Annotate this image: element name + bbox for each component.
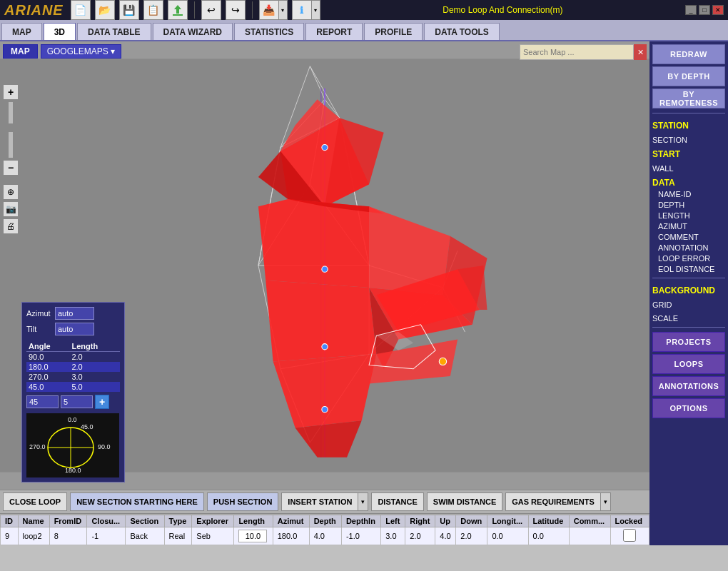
insert-station-split[interactable]: INSERT STATION ▾ <box>281 492 368 511</box>
gas-requirements-split[interactable]: GAS REQUIREMENTS ▾ <box>505 492 611 511</box>
cell-fromid: 8 <box>49 527 87 545</box>
svg-point-49 <box>322 344 328 350</box>
comment-item[interactable]: COMMENT <box>652 233 725 241</box>
zoom-out-button[interactable]: − <box>3 160 19 176</box>
data-label[interactable]: DATA <box>652 178 725 188</box>
open-button[interactable]: 📂 <box>95 0 115 20</box>
maximize-button[interactable]: □ <box>699 5 710 15</box>
options-button[interactable]: OPTIONS <box>652 398 725 418</box>
info-split-button[interactable]: ℹ ▾ <box>292 0 320 20</box>
angle-header: Angle <box>26 341 69 352</box>
save-button[interactable]: 💾 <box>119 0 139 20</box>
minimize-button[interactable]: _ <box>685 5 697 15</box>
print-button[interactable]: 🖨 <box>3 218 19 234</box>
azimut-input[interactable] <box>55 307 94 320</box>
tab-bar: MAP 3D DATA TABLE DATA WIZARD STATISTICS… <box>0 20 728 41</box>
search-input[interactable] <box>520 44 634 60</box>
loops-button[interactable]: LOOPS <box>652 354 725 374</box>
save-as-button[interactable]: 📋 <box>143 0 163 20</box>
eol-distance-item[interactable]: EOL DISTANCE <box>652 265 725 273</box>
close-search-button[interactable]: ✕ <box>634 44 647 60</box>
redraw-button[interactable]: REDRAW <box>652 44 725 64</box>
svg-text:90.0: 90.0 <box>98 443 111 450</box>
length-item[interactable]: LENGTH <box>652 211 725 220</box>
add-row-button[interactable]: + <box>95 395 109 409</box>
tilt-input[interactable] <box>55 323 94 335</box>
data-table: ID Name FromID Closu... Section Type Exp… <box>0 515 649 545</box>
export-button[interactable] <box>168 0 188 20</box>
projects-button[interactable]: PROJECTS <box>652 332 725 352</box>
insert-station-label[interactable]: INSERT STATION <box>282 493 358 510</box>
push-section-button[interactable]: PUSH SECTION <box>207 492 279 511</box>
col-azimut: Azimut <box>273 515 309 527</box>
screenshot-button[interactable]: 📷 <box>3 201 19 217</box>
tab-statistics[interactable]: STATISTICS <box>234 23 304 40</box>
add-length-input[interactable] <box>61 395 93 408</box>
col-explorer: Explorer <box>192 515 234 527</box>
distance-button[interactable]: DISTANCE <box>371 492 423 511</box>
col-length: Length <box>234 515 273 527</box>
depth-item[interactable]: DEPTH <box>652 201 725 209</box>
tab-data-wizard[interactable]: DATA WIZARD <box>153 23 233 40</box>
insert-station-arrow[interactable]: ▾ <box>358 493 368 510</box>
swim-distance-button[interactable]: SWIM DISTANCE <box>427 492 502 511</box>
annotations-button[interactable]: ANNOTATIONS <box>652 376 725 396</box>
svg-marker-37 <box>266 281 376 362</box>
start-label[interactable]: START <box>652 149 725 159</box>
table-row: 9 loop2 8 -1 Back Real Seb 180.0 4.0 -1.… <box>1 527 649 545</box>
bottom-toolbar: CLOSE LOOP NEW SECTION STARTING HERE PUS… <box>0 490 649 514</box>
zoom-slider[interactable] <box>8 101 14 158</box>
new-file-button[interactable]: 📄 <box>71 0 91 20</box>
compass: 0.0 90.0 180.0 270.0 45.0 <box>26 413 119 477</box>
tab-3d[interactable]: 3D <box>44 23 76 40</box>
loop-error-item[interactable]: LOOP ERROR <box>652 254 725 263</box>
section-label[interactable]: SECTION <box>652 136 725 144</box>
divider-3 <box>652 327 725 328</box>
zoom-in-button[interactable]: + <box>3 84 19 100</box>
col-type: Type <box>164 515 192 527</box>
by-remoteness-button[interactable]: BY REMOTENESS <box>652 89 725 108</box>
tab-data-table[interactable]: DATA TABLE <box>77 23 151 40</box>
locked-checkbox[interactable] <box>615 529 644 542</box>
tab-report[interactable]: REPORT <box>305 23 363 40</box>
cell-length[interactable] <box>234 527 273 545</box>
scale-label[interactable]: SCALE <box>652 314 725 323</box>
grid-label[interactable]: GRID <box>652 300 725 309</box>
svg-point-46 <box>439 358 446 365</box>
close-button[interactable]: ✕ <box>712 5 724 15</box>
cell-right: 2.0 <box>405 527 435 545</box>
station-label[interactable]: STATION <box>652 121 725 131</box>
undo-button[interactable]: ↩ <box>201 0 221 20</box>
import-split-button[interactable]: 📥 ▾ <box>259 0 288 20</box>
gas-requirements-arrow[interactable]: ▾ <box>600 493 610 510</box>
map-toolbar: MAP GOOGLEMAPS ▾ <box>3 44 121 59</box>
redo-button[interactable]: ↪ <box>226 0 246 20</box>
length-input[interactable] <box>238 530 267 542</box>
cell-comment <box>569 527 610 545</box>
col-depth: Depth <box>309 515 341 527</box>
tab-profile[interactable]: PROFILE <box>364 23 423 40</box>
add-angle-input[interactable] <box>26 395 59 408</box>
cell-depth: 4.0 <box>309 527 341 545</box>
annotation-item[interactable]: ANNOTATION <box>652 243 725 252</box>
name-id-item[interactable]: NAME-ID <box>652 190 725 198</box>
center-button[interactable]: ⊕ <box>3 184 19 200</box>
divider-2 <box>652 278 725 278</box>
by-depth-button[interactable]: BY DEPTH <box>652 66 725 86</box>
map-tab-button[interactable]: MAP <box>3 44 38 59</box>
wall-label[interactable]: WALL <box>652 164 725 173</box>
right-panel: REDRAW BY DEPTH BY REMOTENESS STATION SE… <box>649 41 728 545</box>
gas-requirements-label[interactable]: GAS REQUIREMENTS <box>506 493 600 510</box>
tab-data-tools[interactable]: DATA TOOLS <box>424 23 500 40</box>
cell-section: Back <box>126 527 164 545</box>
cell-locked[interactable] <box>610 527 649 545</box>
background-label[interactable]: BACKGROUND <box>652 286 725 295</box>
col-right: Right <box>405 515 435 527</box>
svg-point-48 <box>322 266 328 272</box>
close-loop-button[interactable]: CLOSE LOOP <box>3 492 67 511</box>
azimut-item[interactable]: AZIMUT <box>652 222 725 231</box>
tab-map[interactable]: MAP <box>1 23 42 40</box>
new-section-button[interactable]: NEW SECTION STARTING HERE <box>70 492 204 511</box>
googlemaps-button[interactable]: GOOGLEMAPS ▾ <box>41 44 121 59</box>
angle-row: 180.0 2.0 <box>26 362 120 372</box>
